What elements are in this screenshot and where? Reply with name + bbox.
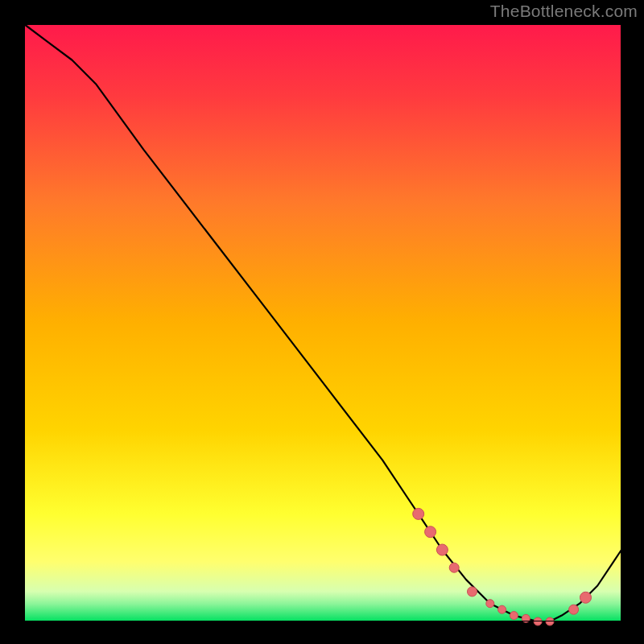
marker-point <box>413 508 424 519</box>
bottleneck-chart <box>0 0 644 644</box>
marker-point <box>468 587 477 597</box>
marker-point <box>569 605 579 614</box>
marker-point <box>580 592 592 603</box>
marker-point <box>498 605 506 613</box>
marker-point <box>425 526 436 538</box>
marker-point <box>449 563 459 572</box>
marker-point <box>510 612 518 620</box>
watermark-text: TheBottleneck.com <box>490 2 638 21</box>
marker-point <box>436 544 448 555</box>
marker-point <box>486 600 494 608</box>
plot-background <box>24 24 621 621</box>
